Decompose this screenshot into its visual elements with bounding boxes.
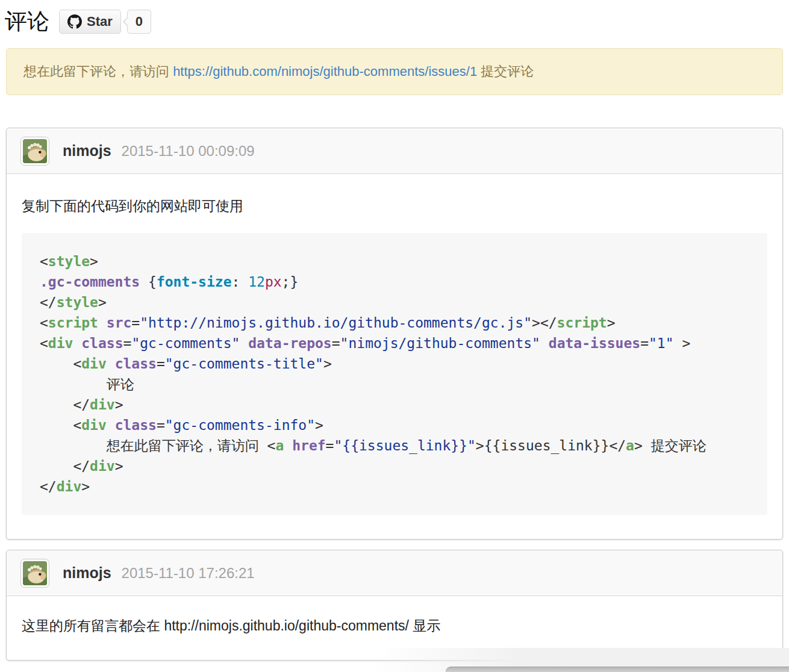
github-star-widget: Star 0 <box>59 10 151 34</box>
code-snippet-block: <style>.gc-comments {font-size: 12px;}</… <box>22 233 767 515</box>
page-title: 评论 <box>5 8 49 35</box>
code-line: 想在此留下评论，请访问 <a href="{{issues_link}}">{{… <box>40 435 749 456</box>
comment-author: nimojs <box>63 142 111 160</box>
comment-body: 这里的所有留言都会在 http://nimojs.github.io/githu… <box>7 596 782 660</box>
comment-header: nimojs 2015-11-10 17:26:21 <box>7 550 782 596</box>
comment-card-2: nimojs 2015-11-10 17:26:21 这里的所有留言都会在 ht… <box>6 550 783 661</box>
comment-body: 复制下面的代码到你的网站即可使用 <style>.gc-comments {fo… <box>7 174 782 539</box>
comments-page: 评论 Star 0 想在此留下评论，请访问 https://github.com… <box>0 0 789 661</box>
code-line: .gc-comments {font-size: 12px;} <box>40 272 749 292</box>
comment-text: 这里的所有留言都会在 http://nimojs.github.io/githu… <box>22 615 767 636</box>
banner-text-prefix: 想在此留下评论，请访问 <box>23 64 173 79</box>
comment-text: 复制下面的代码到你的网站即可使用 <box>22 196 767 216</box>
comment-author: nimojs <box>63 564 111 582</box>
comment-info-banner: 想在此留下评论，请访问 https://github.com/nimojs/gi… <box>6 48 783 95</box>
code-line: </div> <box>40 456 749 476</box>
comment-card-1: nimojs 2015-11-10 00:09:09 复制下面的代码到你的网站即… <box>6 128 783 540</box>
code-line: <style> <box>40 251 749 272</box>
page-header: 评论 Star 0 <box>5 8 782 35</box>
github-issues-link[interactable]: https://github.com/nimojs/github-comment… <box>173 64 477 79</box>
code-line: <div class="gc-comments" data-repos="nim… <box>40 333 749 353</box>
avatar-guinea-pig-image <box>20 137 49 166</box>
star-count-bubble[interactable]: 0 <box>127 10 151 34</box>
code-line: <div class="gc-comments-info"> <box>40 415 749 435</box>
avatar-guinea-pig-image <box>20 559 49 588</box>
banner-text-suffix: 提交评论 <box>477 64 534 79</box>
background-window-titlebar <box>446 667 789 672</box>
code-line: </style> <box>40 292 749 313</box>
comment-timestamp: 2015-11-10 00:09:09 <box>122 143 255 160</box>
star-button[interactable]: Star <box>59 10 121 34</box>
code-line: </div> <box>40 394 749 415</box>
github-logo-icon <box>67 14 82 29</box>
comment-timestamp: 2015-11-10 17:26:21 <box>122 565 255 582</box>
star-count-value: 0 <box>136 14 143 30</box>
star-button-label: Star <box>87 14 113 30</box>
comment-header: nimojs 2015-11-10 00:09:09 <box>7 128 782 174</box>
code-line: <div class="gc-comments-title"> <box>40 353 749 374</box>
code-line: </div> <box>40 476 749 497</box>
code-line: 评论 <box>40 374 749 394</box>
code-line: <script src="http://nimojs.github.io/git… <box>40 313 749 333</box>
